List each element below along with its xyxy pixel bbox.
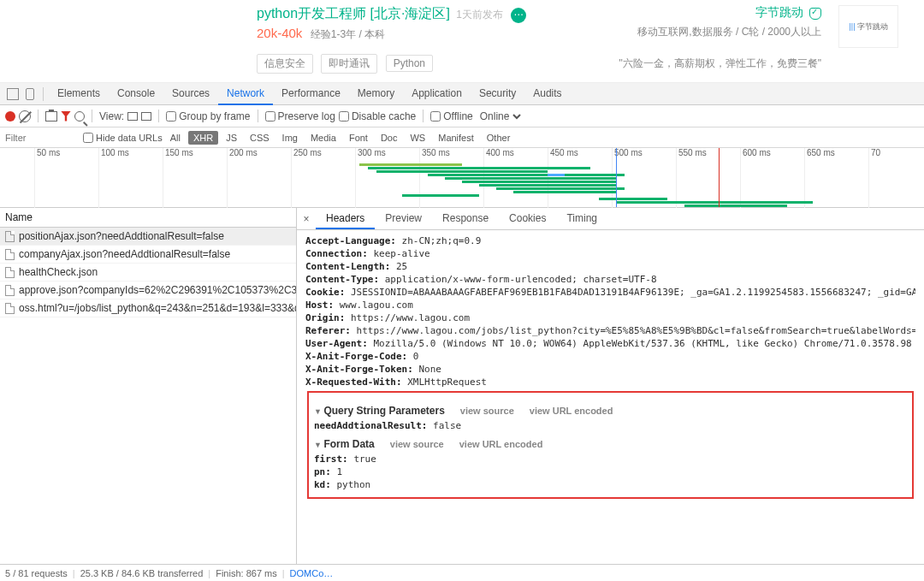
tab-sources[interactable]: Sources [163, 83, 218, 105]
device-toggle-icon[interactable] [26, 88, 34, 100]
file-icon [5, 267, 15, 278]
status-domcontent: DOMCo… [290, 568, 334, 578]
header-row: X-Anit-Forge-Code: 0 [305, 351, 915, 362]
chat-icon[interactable] [511, 8, 526, 23]
waterfall-bar [359, 163, 462, 166]
record-icon[interactable] [5, 111, 15, 122]
company-logo[interactable]: |||字节跳动 [838, 5, 898, 48]
headers-body[interactable]: Accept-Language: zh-CN;zh;q=0.9Connectio… [297, 230, 924, 564]
filter-icon[interactable] [61, 111, 71, 122]
pill-media[interactable]: Media [305, 131, 341, 145]
pill-ws[interactable]: WS [405, 131, 430, 145]
waterfall-bar [368, 167, 590, 169]
tab-elements[interactable]: Elements [49, 83, 109, 105]
tab-application[interactable]: Application [403, 83, 471, 105]
network-toolbar: View: Group by frame Preserve log Disabl… [0, 105, 924, 127]
reqlist-header[interactable]: Name [0, 208, 296, 228]
section-title[interactable]: Form Dataview sourceview URL encoded [314, 438, 907, 450]
clear-icon[interactable] [19, 110, 31, 122]
tab-memory[interactable]: Memory [349, 83, 403, 105]
job-title[interactable]: python开发工程师 [257, 6, 370, 21]
tag[interactable]: Python [386, 55, 433, 72]
preserve-log-checkbox[interactable]: Preserve log [265, 110, 335, 122]
devtools-tabstrip: Elements Console Sources Network Perform… [0, 83, 924, 105]
job-published: 1天前发布 [456, 9, 503, 21]
pill-other[interactable]: Other [482, 131, 516, 145]
request-item[interactable]: positionAjax.json?needAddtionalResult=fa… [0, 228, 296, 246]
request-item[interactable]: approve.json?companyIds=62%2C296391%2C10… [0, 282, 296, 299]
section-title[interactable]: Query String Parametersview sourceview U… [314, 405, 907, 417]
request-item[interactable]: companyAjax.json?needAddtionalResult=fal… [0, 246, 296, 264]
header-row: X-Anit-Forge-Token: None [305, 364, 915, 375]
disable-cache-checkbox[interactable]: Disable cache [339, 110, 416, 122]
pill-xhr[interactable]: XHR [188, 131, 218, 145]
timeline-overview[interactable]: 50 ms100 ms150 ms200 ms250 ms300 ms350 m… [0, 148, 924, 208]
param-row: kd: python [314, 479, 907, 490]
view-source-link[interactable]: view source [390, 439, 444, 449]
filter-bar: Hide data URLs All XHR JS CSS Img Media … [0, 127, 924, 148]
pill-js[interactable]: JS [221, 131, 242, 145]
waterfall-bar [513, 191, 616, 193]
separator [38, 110, 38, 122]
file-icon [5, 303, 15, 314]
separator [92, 110, 92, 122]
waterfall-bar [402, 194, 479, 197]
request-item[interactable]: oss.html?u=/jobs/list_python&q=243&n=251… [0, 299, 296, 317]
header-row: Connection: keep-alive [305, 248, 915, 259]
tag[interactable]: 信息安全 [257, 54, 313, 74]
waterfall-bar [684, 205, 787, 207]
overview-icon[interactable] [141, 112, 151, 121]
pill-img[interactable]: Img [277, 131, 303, 145]
pill-css[interactable]: CSS [245, 131, 275, 145]
tab-console[interactable]: Console [109, 83, 163, 105]
search-icon[interactable] [74, 111, 85, 122]
waterfall-bar [548, 174, 565, 176]
dtab-response[interactable]: Response [432, 208, 499, 229]
job-title-row: python开发工程师 [北京·海淀区] 1天前发布 [257, 5, 619, 23]
pill-manifest[interactable]: Manifest [433, 131, 479, 145]
filter-input[interactable] [3, 131, 80, 145]
pill-doc[interactable]: Doc [376, 131, 403, 145]
company-meta: 移动互联网,数据服务 / C轮 / 2000人以上 [619, 25, 821, 39]
hide-data-urls-checkbox[interactable]: Hide data URLs [83, 133, 163, 143]
request-list: Name positionAjax.json?needAddtionalResu… [0, 208, 297, 564]
status-requests: 5 / 81 requests [5, 568, 68, 578]
offline-checkbox[interactable]: Offline [430, 110, 472, 122]
header-row: Content-Length: 25 [305, 261, 915, 272]
inspect-icon[interactable] [7, 88, 19, 100]
salary: 20k-40k [257, 26, 302, 40]
tab-network[interactable]: Network [218, 83, 273, 105]
throttle-select[interactable]: Online [477, 110, 524, 123]
close-icon[interactable]: × [297, 208, 316, 229]
large-rows-icon[interactable] [127, 112, 138, 121]
waterfall-bar [376, 170, 548, 173]
group-by-frame-checkbox[interactable]: Group by frame [166, 110, 250, 122]
request-item[interactable]: healthCheck.json [0, 264, 296, 282]
view-url-encoded-link[interactable]: view URL encoded [530, 406, 613, 416]
file-icon [5, 249, 15, 260]
dtab-preview[interactable]: Preview [375, 208, 432, 229]
screenshot-icon[interactable] [45, 111, 57, 122]
tab-security[interactable]: Security [471, 83, 524, 105]
pill-font[interactable]: Font [344, 131, 373, 145]
tab-performance[interactable]: Performance [273, 83, 349, 105]
header-row: User-Agent: Mozilla/5.0 (Windows NT 10.0… [305, 338, 915, 349]
company-welfare: "六险一金，高薪期权，弹性工作，免费三餐" [619, 56, 821, 71]
view-source-link[interactable]: view source [460, 406, 514, 416]
tag-row: 信息安全 即时通讯 Python [257, 54, 619, 74]
dtab-cookies[interactable]: Cookies [499, 208, 556, 229]
detail-pane: × Headers Preview Response Cookies Timin… [297, 208, 924, 564]
param-row: first: true [314, 454, 907, 465]
tag[interactable]: 即时通讯 [321, 54, 377, 74]
tab-audits[interactable]: Audits [524, 83, 570, 105]
file-icon [5, 231, 15, 242]
waterfall-bar [428, 174, 625, 176]
company-name[interactable]: 字节跳动 [755, 5, 803, 19]
dtab-timing[interactable]: Timing [556, 208, 607, 229]
dtab-headers[interactable]: Headers [316, 208, 375, 229]
load-marker [616, 148, 617, 207]
pill-all[interactable]: All [165, 131, 186, 145]
dom-marker [719, 148, 720, 207]
waterfall-bar [479, 184, 616, 187]
view-url-encoded-link[interactable]: view URL encoded [459, 439, 543, 449]
